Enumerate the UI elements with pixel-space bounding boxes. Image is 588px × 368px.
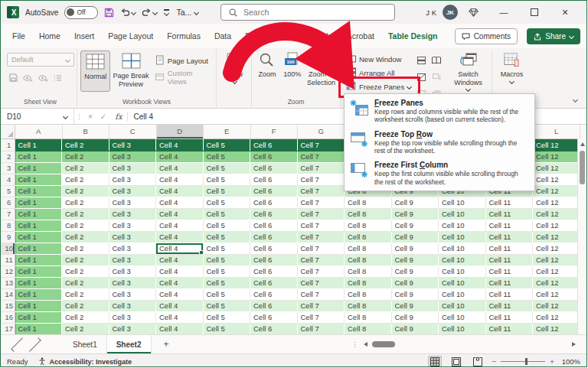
cell-b12[interactable]: Cell 2 [62, 265, 109, 277]
column-header-e[interactable]: E [204, 125, 251, 138]
cell-i6[interactable]: Cell 9 [391, 197, 439, 208]
cell-b4[interactable]: Cell 2 [62, 174, 109, 185]
select-all-corner[interactable] [1, 125, 15, 138]
cell-g4[interactable]: Cell 7 [297, 174, 345, 185]
cell-c4[interactable]: Cell 3 [109, 174, 156, 185]
cell-e5[interactable]: Cell 5 [203, 185, 250, 197]
scroll-left-icon[interactable] [364, 342, 368, 347]
cell-e11[interactable]: Cell 5 [203, 254, 250, 265]
cell-k6[interactable]: Cell 11 [485, 197, 533, 208]
cell-h7[interactable]: Cell 8 [345, 208, 392, 220]
cell-c6[interactable]: Cell 3 [109, 197, 156, 208]
cell-g7[interactable]: Cell 7 [297, 208, 345, 220]
cell-a8[interactable]: Cell 1 [15, 220, 62, 231]
cell-d12[interactable]: Cell 4 [156, 265, 204, 277]
row-header-12[interactable]: 12 [1, 265, 15, 277]
cell-b2[interactable]: Cell 2 [62, 151, 109, 162]
page-layout-view-button[interactable]: Page Layout [155, 52, 213, 69]
cell-k7[interactable]: Cell 11 [485, 208, 533, 220]
cell-j14[interactable]: Cell 10 [439, 288, 486, 300]
cell-l8[interactable]: Cell 12 [533, 220, 580, 231]
arrange-all-button[interactable]: Arrange All [344, 66, 413, 80]
cancel-entry-icon[interactable]: × [84, 112, 96, 121]
cell-h16[interactable]: Cell 8 [345, 311, 392, 323]
cell-h6[interactable]: Cell 8 [345, 197, 392, 208]
cell-g3[interactable]: Cell 7 [297, 162, 345, 174]
cell-a10[interactable]: Cell 1 [15, 243, 62, 254]
cell-e15[interactable]: Cell 5 [203, 300, 250, 311]
tab-page-layout[interactable]: Page Layout [101, 24, 160, 48]
row-header-16[interactable]: 16 [1, 311, 15, 323]
tab-help[interactable]: Help [309, 24, 340, 48]
cell-d13[interactable]: Cell 4 [156, 277, 204, 288]
cell-d7[interactable]: Cell 4 [156, 208, 204, 220]
cell-h9[interactable]: Cell 8 [345, 231, 392, 243]
cell-f11[interactable]: Cell 6 [250, 254, 298, 265]
customize-qat-button[interactable] [163, 9, 170, 15]
vertical-scrollbar[interactable] [577, 138, 586, 334]
cell-b7[interactable]: Cell 2 [62, 208, 109, 220]
cell-b17[interactable]: Cell 2 [62, 323, 109, 334]
cell-a12[interactable]: Cell 1 [15, 265, 62, 277]
confirm-entry-icon[interactable]: ✓ [96, 112, 110, 121]
tab-scrollbar-divider[interactable]: ⋮ [351, 340, 358, 348]
cell-f17[interactable]: Cell 6 [250, 323, 298, 334]
cell-d10[interactable]: Cell 4 [156, 243, 204, 254]
cell-a4[interactable]: Cell 1 [15, 174, 62, 185]
tab-formulas[interactable]: Formulas [160, 24, 207, 48]
cell-f4[interactable]: Cell 6 [250, 174, 298, 185]
column-header-g[interactable]: G [298, 125, 345, 138]
name-box[interactable]: D10 [1, 109, 74, 124]
cell-d9[interactable]: Cell 4 [156, 231, 204, 243]
cell-f13[interactable]: Cell 6 [250, 277, 298, 288]
cell-d14[interactable]: Cell 4 [156, 288, 204, 300]
split-icon[interactable] [417, 54, 426, 67]
view-side-by-side-icon[interactable] [432, 54, 441, 67]
zoom-slider-track[interactable] [501, 361, 545, 362]
tab-acrobat[interactable]: Acrobat [340, 24, 381, 48]
cell-a15[interactable]: Cell 1 [15, 300, 62, 311]
cell-d6[interactable]: Cell 4 [156, 197, 204, 208]
cell-b5[interactable]: Cell 2 [62, 185, 109, 197]
column-header-d[interactable]: D [157, 125, 204, 138]
cell-f10[interactable]: Cell 6 [250, 243, 298, 254]
cell-a6[interactable]: Cell 1 [15, 197, 62, 208]
document-title[interactable]: Ta... [176, 8, 198, 17]
tab-table-design[interactable]: Table Design [381, 24, 445, 48]
cell-a14[interactable]: Cell 1 [15, 288, 62, 300]
row-header-8[interactable]: 8 [1, 220, 15, 231]
cell-g14[interactable]: Cell 7 [297, 288, 345, 300]
tab-insert[interactable]: Insert [67, 24, 101, 48]
sheet-tab-sheet2[interactable]: Sheet2 [107, 335, 152, 353]
cell-k13[interactable]: Cell 11 [485, 277, 533, 288]
cell-j13[interactable]: Cell 10 [439, 277, 486, 288]
cell-l1[interactable]: Cell 12 [533, 139, 580, 151]
switch-windows-button[interactable]: Switch Windows [449, 50, 487, 91]
cell-g6[interactable]: Cell 7 [297, 197, 345, 208]
cell-c1[interactable]: Cell 3 [109, 139, 156, 151]
cell-k15[interactable]: Cell 11 [485, 300, 533, 311]
row-header-3[interactable]: 3 [1, 162, 15, 174]
cell-j15[interactable]: Cell 10 [439, 300, 486, 311]
share-button[interactable]: Share [527, 28, 580, 44]
formula-bar-handle[interactable]: ⋮ [74, 112, 84, 120]
cell-b3[interactable]: Cell 2 [62, 162, 109, 174]
cell-c13[interactable]: Cell 3 [109, 277, 156, 288]
cell-d11[interactable]: Cell 4 [156, 254, 204, 265]
cell-c8[interactable]: Cell 3 [109, 220, 156, 231]
cell-c16[interactable]: Cell 3 [109, 311, 156, 323]
horizontal-scrollbar[interactable] [364, 339, 576, 350]
cell-g1[interactable]: Cell 7 [297, 139, 345, 151]
cell-l3[interactable]: Cell 12 [533, 162, 580, 174]
cell-a5[interactable]: Cell 1 [15, 185, 62, 197]
cell-e12[interactable]: Cell 5 [203, 265, 250, 277]
cell-j7[interactable]: Cell 10 [439, 208, 486, 220]
row-header-5[interactable]: 5 [1, 185, 15, 197]
cell-e4[interactable]: Cell 5 [203, 174, 250, 185]
zoom-slider[interactable]: − + [492, 357, 554, 366]
search-input[interactable] [242, 7, 352, 18]
row-header-9[interactable]: 9 [1, 231, 15, 243]
keep-sheet-view-icon[interactable] [9, 71, 18, 85]
formula-bar-value[interactable]: Cell 4 [128, 112, 154, 121]
cell-h12[interactable]: Cell 8 [345, 265, 392, 277]
